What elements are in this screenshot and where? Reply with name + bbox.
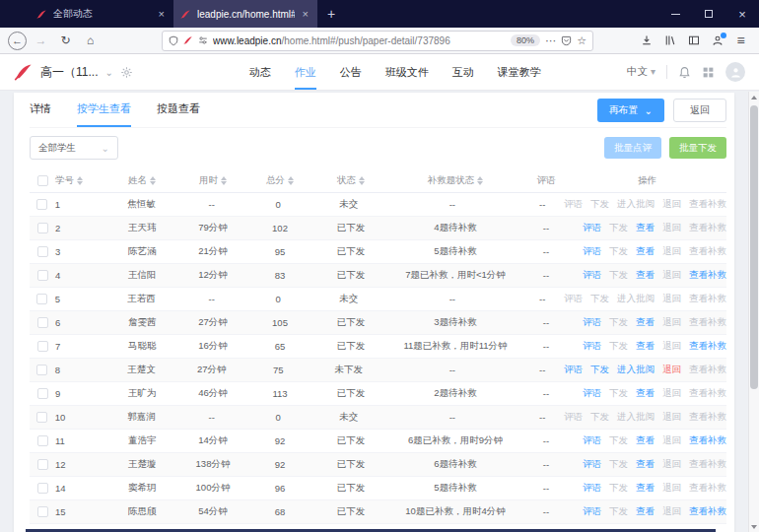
library-icon[interactable] xyxy=(659,31,680,51)
return-button[interactable]: 返回 xyxy=(673,99,726,122)
action-link-进入批阅[interactable]: 进入批阅 xyxy=(617,364,655,376)
bookmark-star-icon[interactable]: ☆ xyxy=(577,34,586,47)
row-checkbox[interactable] xyxy=(37,388,48,399)
select-all-checkbox[interactable] xyxy=(37,175,48,186)
action-link-评语[interactable]: 评语 xyxy=(583,458,601,471)
page-scrollbar[interactable] xyxy=(748,92,759,532)
pocket-icon[interactable] xyxy=(561,35,572,46)
maximize-button[interactable] xyxy=(692,0,725,28)
column-header-用时[interactable]: 用时 xyxy=(181,174,244,187)
permissions-icon[interactable] xyxy=(198,35,208,45)
gear-icon[interactable] xyxy=(120,66,133,79)
row-checkbox[interactable] xyxy=(37,341,48,352)
class-selector[interactable]: 高一（11... ⌄ xyxy=(14,54,133,90)
view-tab-按学生查看[interactable]: 按学生查看 xyxy=(77,93,131,127)
action-link-查看[interactable]: 查看 xyxy=(636,505,655,518)
action-link-查看[interactable]: 查看 xyxy=(636,482,655,495)
column-header-补救题状态[interactable]: 补救题状态 xyxy=(386,174,524,187)
nav-item-作业[interactable]: 作业 xyxy=(295,54,316,90)
action-link-评语[interactable]: 评语 xyxy=(583,482,601,495)
column-header-学号[interactable]: 学号 xyxy=(55,174,112,187)
action-link-评语[interactable]: 评语 xyxy=(583,434,601,447)
nav-item-班级文件[interactable]: 班级文件 xyxy=(385,54,429,90)
reassign-button[interactable]: 再布置 ⌄ xyxy=(597,99,664,122)
column-header-总分[interactable]: 总分 xyxy=(244,174,315,187)
row-checkbox[interactable] xyxy=(36,199,47,210)
sort-icon[interactable] xyxy=(77,176,83,185)
sort-icon[interactable] xyxy=(477,176,483,185)
menu-button[interactable]: ≡ xyxy=(730,31,751,51)
row-checkbox[interactable] xyxy=(37,223,48,233)
row-checkbox[interactable] xyxy=(37,317,48,328)
sort-icon[interactable] xyxy=(150,176,156,185)
account-icon[interactable] xyxy=(707,31,727,51)
student-filter-select[interactable]: 全部学生 ⌄ xyxy=(30,136,118,160)
batch-comment-button[interactable]: 批量点评 xyxy=(604,137,661,159)
page-actions-icon[interactable]: ⋯ xyxy=(545,34,556,47)
scrollbar-thumb[interactable] xyxy=(750,105,758,389)
nav-item-动态[interactable]: 动态 xyxy=(249,54,271,90)
action-link-下发[interactable]: 下发 xyxy=(590,364,609,376)
row-checkbox[interactable] xyxy=(37,270,48,281)
home-button[interactable]: ⌂ xyxy=(80,31,101,51)
row-checkbox[interactable] xyxy=(36,412,47,423)
tab-close-icon[interactable]: × xyxy=(157,8,167,20)
nav-item-互动[interactable]: 互动 xyxy=(452,54,474,90)
action-link-评语[interactable]: 评语 xyxy=(583,340,601,353)
reload-button[interactable]: ↻ xyxy=(55,31,76,51)
back-button[interactable]: ← xyxy=(8,32,27,50)
user-avatar[interactable] xyxy=(725,62,745,82)
row-checkbox[interactable] xyxy=(37,435,48,446)
tab-close-icon[interactable]: × xyxy=(301,8,310,20)
action-link-查看[interactable]: 查看 xyxy=(636,458,655,471)
action-link-查看补救[interactable]: 查看补救 xyxy=(689,340,726,353)
action-link-评语[interactable]: 评语 xyxy=(583,387,601,400)
sidebar-toggle-icon[interactable] xyxy=(683,31,704,51)
browser-tab-all-activity[interactable]: 全部动态 × xyxy=(30,0,173,28)
action-link-查看[interactable]: 查看 xyxy=(636,387,655,400)
row-checkbox[interactable] xyxy=(37,483,48,494)
nav-item-课堂教学[interactable]: 课堂教学 xyxy=(498,54,541,90)
action-link-查看[interactable]: 查看 xyxy=(636,245,655,258)
action-link-评语[interactable]: 评语 xyxy=(583,316,601,329)
row-checkbox[interactable] xyxy=(37,246,48,257)
sort-icon[interactable] xyxy=(221,176,227,185)
row-checkbox[interactable] xyxy=(36,294,47,304)
url-bar[interactable]: www.leadpie.cn/home.html#/push/paper-det… xyxy=(162,31,593,51)
action-link-查看[interactable]: 查看 xyxy=(636,340,655,353)
action-link-查看[interactable]: 查看 xyxy=(636,434,655,447)
apps-grid-icon[interactable] xyxy=(702,66,715,79)
zoom-indicator[interactable]: 80% xyxy=(511,34,540,46)
bell-icon[interactable] xyxy=(678,66,691,79)
scroll-down-arrow[interactable] xyxy=(749,521,759,532)
action-link-评语[interactable]: 评语 xyxy=(583,269,601,282)
browser-tab-leadpie[interactable]: leadpie.cn/home.html#/pus × xyxy=(173,0,317,28)
action-link-查看补救[interactable]: 查看补救 xyxy=(689,505,726,518)
action-link-评语[interactable]: 评语 xyxy=(583,505,601,518)
new-tab-button[interactable]: + xyxy=(317,0,345,28)
scroll-up-arrow[interactable] xyxy=(749,92,759,102)
action-link-退回[interactable]: 退回 xyxy=(662,364,681,376)
view-tab-详情[interactable]: 详情 xyxy=(30,93,51,127)
action-link-查看[interactable]: 查看 xyxy=(636,316,655,329)
action-link-查看[interactable]: 查看 xyxy=(636,222,655,234)
downloads-button[interactable] xyxy=(636,31,656,51)
column-header-状态[interactable]: 状态 xyxy=(315,174,386,187)
close-button[interactable]: × xyxy=(725,0,759,28)
batch-send-button[interactable]: 批量下发 xyxy=(669,137,726,159)
row-checkbox[interactable] xyxy=(37,459,48,470)
forward-button[interactable]: → xyxy=(31,31,51,51)
language-selector[interactable]: 中文 ▾ xyxy=(627,65,656,79)
action-link-查看[interactable]: 查看 xyxy=(636,269,655,282)
minimize-button[interactable] xyxy=(658,0,692,28)
action-link-查看补救[interactable]: 查看补救 xyxy=(689,269,726,282)
sort-icon[interactable] xyxy=(359,176,365,185)
action-link-评语[interactable]: 评语 xyxy=(583,245,601,258)
action-link-评语[interactable]: 评语 xyxy=(564,364,583,376)
row-checkbox[interactable] xyxy=(36,365,47,375)
action-link-评语[interactable]: 评语 xyxy=(583,222,601,234)
sort-icon[interactable] xyxy=(288,176,294,185)
nav-item-公告[interactable]: 公告 xyxy=(340,54,362,90)
view-tab-按题查看[interactable]: 按题查看 xyxy=(157,93,200,127)
column-header-姓名[interactable]: 姓名 xyxy=(112,174,181,187)
